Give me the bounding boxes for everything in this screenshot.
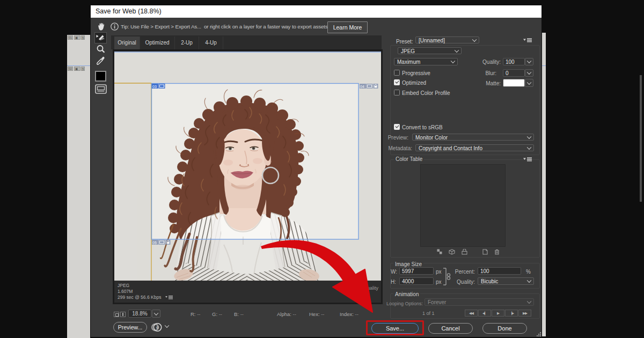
svg-text:03: 03	[152, 85, 157, 89]
svg-text:04: 04	[360, 85, 364, 89]
svg-text:05: 05	[152, 241, 157, 245]
svg-text:e: e	[156, 325, 159, 330]
